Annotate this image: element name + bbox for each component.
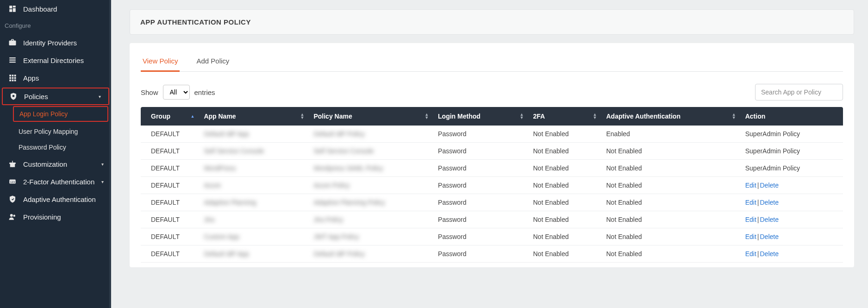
sidebar-item-adaptive-auth[interactable]: Adaptive Authentication <box>0 190 111 208</box>
tab-add-policy[interactable]: Add Policy <box>194 57 231 72</box>
shield-icon <box>9 92 18 101</box>
action-separator: | <box>757 233 759 240</box>
svg-rect-8 <box>12 75 14 76</box>
cell-login-method: Password <box>433 194 528 211</box>
sidebar-label: Apps <box>23 74 39 82</box>
col-policy-name[interactable]: Policy Name▲▼ <box>309 107 433 126</box>
cell-policy-wrap: Default IdP Policy <box>309 245 433 263</box>
cell-policy-wrap: Default IdP Policy <box>309 126 433 143</box>
cell-group: DEFAULT <box>141 160 199 177</box>
cell-adaptive: Not Enabled <box>601 228 740 245</box>
sidebar-item-identity-providers[interactable]: Identity Providers <box>0 34 111 51</box>
cell-policy-wrap: Wordpress SAML Policy <box>309 160 433 177</box>
cell-2fa: Not Enabled <box>528 245 601 263</box>
table-row: DEFAULTDefault IdP AppDefault IdP Policy… <box>141 126 843 143</box>
svg-rect-11 <box>12 77 14 79</box>
cell-adaptive: Not Enabled <box>601 177 740 194</box>
show-label: Show <box>141 88 158 96</box>
table-row: DEFAULTSelf Service ConsoleSelf Service … <box>141 143 843 160</box>
sidebar-item-dashboard[interactable]: Dashboard <box>0 0 111 18</box>
cell-policy-wrap: Jira Policy <box>309 211 433 228</box>
cell-login-method: Password <box>433 245 528 263</box>
edit-link[interactable]: Edit <box>745 233 756 240</box>
cell-2fa: Not Enabled <box>528 126 601 143</box>
sidebar-item-policies[interactable]: Policies ▾ <box>2 88 109 105</box>
col-login-method[interactable]: Login Method▲▼ <box>433 107 528 126</box>
delete-link[interactable]: Delete <box>760 216 778 223</box>
sidebar-item-apps[interactable]: Apps <box>0 69 111 87</box>
cell-group: DEFAULT <box>141 245 199 263</box>
entries-label: entries <box>194 88 215 96</box>
cell-app-name: Azure <box>204 182 221 189</box>
edit-link[interactable]: Edit <box>745 182 756 189</box>
svg-rect-4 <box>9 57 16 58</box>
cell-app-wrap: Jira <box>199 211 309 228</box>
cell-login-method: Password <box>433 177 528 194</box>
sidebar-scrollbar[interactable] <box>109 0 111 308</box>
sidebar-sub-password-policy[interactable]: Password Policy <box>0 139 111 155</box>
svg-rect-6 <box>9 62 16 63</box>
sidebar-label: Policies <box>24 93 48 101</box>
cell-adaptive: Not Enabled <box>601 245 740 263</box>
edit-link[interactable]: Edit <box>745 199 756 206</box>
cell-group: DEFAULT <box>141 194 199 211</box>
sidebar-label: Customization <box>23 160 67 168</box>
shield-check-icon <box>8 195 17 203</box>
delete-link[interactable]: Delete <box>760 199 778 206</box>
search-input[interactable] <box>755 84 843 101</box>
cell-app-wrap: Custom App <box>199 228 309 245</box>
delete-link[interactable]: Delete <box>760 182 778 189</box>
table-header-row: Group▲ App Name▲▼ Policy Name▲▼ Login Me… <box>141 107 843 126</box>
cell-policy-name: Self Service Console <box>313 147 374 155</box>
svg-rect-15 <box>14 80 16 82</box>
col-action: Action <box>741 107 843 126</box>
main-content: APP AUTHENTICATION POLICY View Policy Ad… <box>111 0 868 308</box>
delete-link[interactable]: Delete <box>760 250 778 258</box>
sort-icon: ▲▼ <box>732 113 736 119</box>
sort-icon: ▲▼ <box>300 113 305 119</box>
sort-icon: ▲▼ <box>425 113 429 119</box>
sidebar-sub-user-policy-mapping[interactable]: User Policy Mapping <box>0 124 111 139</box>
col-2fa[interactable]: 2FA▲▼ <box>528 107 601 126</box>
sidebar-label: Provisioning <box>23 213 61 221</box>
sidebar-item-customization[interactable]: Customization ▾ <box>0 155 111 173</box>
tab-label: View Policy <box>143 57 178 65</box>
edit-link[interactable]: Edit <box>745 216 756 223</box>
sidebar-sub-app-login-policy[interactable]: App Login Policy <box>13 106 108 122</box>
tab-label: Add Policy <box>196 57 229 65</box>
chevron-down-icon: ▾ <box>101 162 104 167</box>
sidebar-label: Password Policy <box>19 144 66 151</box>
cell-2fa: Not Enabled <box>528 228 601 245</box>
cell-adaptive: Not Enabled <box>601 194 740 211</box>
col-group[interactable]: Group▲ <box>141 107 199 126</box>
svg-rect-5 <box>9 60 16 61</box>
cell-2fa: Not Enabled <box>528 194 601 211</box>
tab-view-policy[interactable]: View Policy <box>141 57 180 72</box>
action-text: SuperAdmin Policy <box>745 147 800 155</box>
cell-adaptive: Enabled <box>601 126 740 143</box>
sidebar-item-two-factor[interactable]: 123 2-Factor Authentication ▾ <box>0 173 111 190</box>
page-title: APP AUTHENTICATION POLICY <box>140 18 843 26</box>
table-row: DEFAULTCustom AppJWT App PolicyPasswordN… <box>141 228 843 245</box>
col-app-name[interactable]: App Name▲▼ <box>199 107 309 126</box>
cell-policy-wrap: Azure Policy <box>309 177 433 194</box>
cell-policy-name: JWT App Policy <box>313 233 359 240</box>
cell-app-wrap: Adaptive Planning <box>199 194 309 211</box>
edit-link[interactable]: Edit <box>745 250 756 258</box>
sidebar-label: 2-Factor Authentication <box>23 178 94 186</box>
sidebar-item-external-directories[interactable]: External Directories <box>0 51 111 69</box>
sidebar-label: Identity Providers <box>23 39 77 47</box>
sidebar-item-provisioning[interactable]: Provisioning <box>0 208 111 226</box>
delete-link[interactable]: Delete <box>760 233 778 240</box>
cell-policy-wrap: Adaptive Planning Policy <box>309 194 433 211</box>
table-row: DEFAULTAzureAzure PolicyPasswordNot Enab… <box>141 177 843 194</box>
entries-select[interactable]: All <box>163 85 190 100</box>
svg-rect-7 <box>9 75 11 76</box>
cell-2fa: Not Enabled <box>528 143 601 160</box>
action-separator: | <box>757 250 759 258</box>
cell-adaptive: Not Enabled <box>601 143 740 160</box>
cell-2fa: Not Enabled <box>528 211 601 228</box>
col-adaptive[interactable]: Adaptive Authentication▲▼ <box>601 107 740 126</box>
cell-app-name: Jira <box>204 216 214 223</box>
sidebar: Dashboard Configure Identity Providers E… <box>0 0 111 308</box>
